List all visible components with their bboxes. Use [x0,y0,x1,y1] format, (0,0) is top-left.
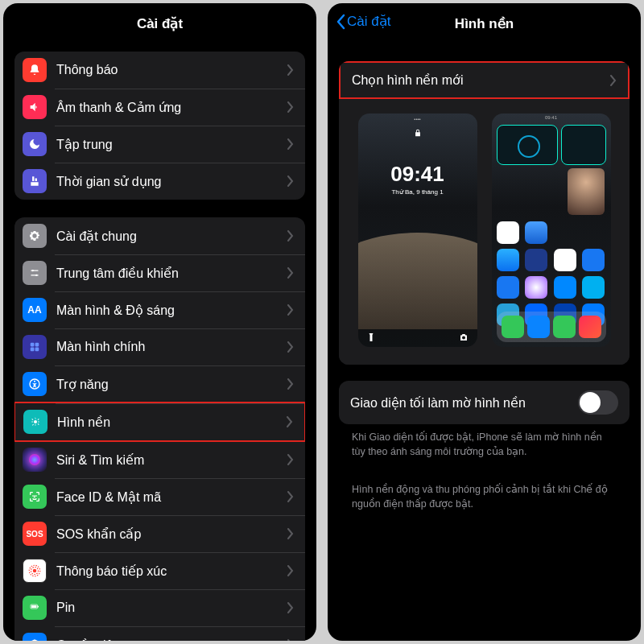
row-label: Cài đặt chung [56,229,287,244]
settings-header: Cài đặt [3,3,316,43]
row-label: Màn hình & Độ sáng [56,303,287,318]
chevron-right-icon [287,639,294,641]
app-icon [497,249,519,271]
svg-rect-5 [35,343,39,347]
app-icon [525,276,547,299]
settings-group-notifications: Thông báo Âm thanh & Cảm ứng Tập trung [14,52,305,200]
lock-date: Thứ Ba, 9 tháng 1 [358,188,477,196]
row-screentime[interactable]: Thời gian sử dụng [14,163,305,200]
camera-icon [458,332,469,344]
chevron-right-icon [287,138,294,150]
chevron-right-icon [287,64,294,76]
chevron-right-icon [287,454,294,465]
lock-icon [358,128,477,138]
row-label: Trợ năng [56,377,287,392]
row-faceid[interactable]: Face ID & Mật mã [14,478,305,515]
row-label: Âm thanh & Cảm ứng [56,100,287,115]
control-center-icon [23,261,47,285]
app-icon [525,221,547,244]
flashlight-icon [366,332,458,344]
clock-widget [497,125,559,165]
battery-icon [23,596,47,620]
row-general[interactable]: Cài đặt chung [14,217,305,254]
exposure-icon [23,559,47,583]
row-label: Thời gian sử dụng [56,174,287,189]
row-label: Pin [56,601,287,615]
app-icon [582,249,605,271]
darken-row: Giao diện tối làm mờ hình nền [339,381,630,424]
row-label: Trung tâm điều khiển [56,266,287,281]
row-focus[interactable]: Tập trung [14,126,305,163]
chevron-right-icon [287,416,293,427]
focus-icon [23,132,47,156]
svg-rect-4 [31,343,35,347]
wallpaper-icon [23,410,47,434]
row-label: Quyền riêng tư [56,638,287,642]
darken-toggle[interactable] [578,390,618,415]
row-siri[interactable]: Siri & Tìm kiếm [14,441,305,478]
row-notifications[interactable]: Thông báo [14,52,305,89]
chevron-right-icon [610,75,617,86]
row-battery[interactable]: Pin [14,589,305,626]
settings-content: Thông báo Âm thanh & Cảm ứng Tập trung [3,43,316,641]
row-label: Face ID & Mật mã [56,489,287,505]
lock-floor-bg [358,233,477,329]
darken-label: Giao diện tối làm mờ hình nền [350,395,578,411]
row-control-center[interactable]: Trung tâm điều khiển [14,254,305,291]
wallpaper-group: Chọn hình nền mới •••• 09:41 Thứ Ba, 9 t… [339,61,630,365]
app-icon [525,249,547,271]
notifications-icon [23,58,47,82]
footnote-2: Hình nền động và thu phóng phối cảnh bị … [339,477,630,518]
back-label: Cài đặt [347,13,390,30]
home-dock [497,312,606,342]
dock-app-icon [527,316,550,338]
wallpaper-content: Chọn hình nền mới •••• 09:41 Thứ Ba, 9 t… [328,43,641,641]
row-display[interactable]: AA Màn hình & Độ sáng [14,291,305,328]
row-label: SOS khẩn cấp [56,526,287,542]
home-apps-grid [497,221,606,326]
wallpaper-title: Hình nền [455,15,514,32]
row-label: Thông báo tiếp xúc [56,564,287,579]
home-widgets [492,122,611,168]
privacy-icon [23,633,47,641]
dock-app-icon [579,316,601,338]
row-label: Siri & Tìm kiếm [56,452,287,468]
dock-app-icon [553,316,576,338]
settings-title: Cài đặt [137,15,183,32]
footnote-1: Khi Giao diện tối được bật, iPhone sẽ là… [339,424,630,465]
row-label: Tập trung [56,137,287,152]
chevron-right-icon [287,267,294,279]
row-sos[interactable]: SOS SOS khẩn cấp [14,515,305,552]
chevron-right-icon [287,304,294,316]
lock-bottom-bar [358,329,477,347]
dock-app-icon [502,316,524,338]
svg-rect-3 [31,275,38,275]
chevron-right-icon [287,230,294,242]
row-exposure[interactable]: Thông báo tiếp xúc [14,552,305,589]
svg-point-11 [33,569,37,573]
wallpaper-previews: •••• 09:41 Thứ Ba, 9 tháng 1 [339,99,630,365]
accessibility-icon [23,372,47,396]
row-label: Thông báo [56,63,287,77]
photo-widget [568,168,605,215]
homescreen-preview[interactable]: 09:41 [492,114,611,347]
lockscreen-preview[interactable]: •••• 09:41 Thứ Ba, 9 tháng 1 [358,114,477,347]
calendar-widget [561,125,605,165]
row-label: Màn hình chính [56,340,287,354]
sos-icon: SOS [23,522,47,546]
choose-wallpaper-label: Chọn hình nền mới [352,72,610,88]
row-homescreen[interactable]: Màn hình chính [14,328,305,365]
home-status: 09:41 [492,114,611,122]
settings-screen: Cài đặt Thông báo Âm thanh & Cảm ứng [3,3,316,641]
row-sounds[interactable]: Âm thanh & Cảm ứng [14,89,305,126]
svg-rect-1 [31,270,38,271]
wallpaper-screen: Cài đặt Hình nền Chọn hình nền mới •••• … [328,3,641,641]
row-wallpaper[interactable]: Hình nền [14,402,305,442]
back-button[interactable]: Cài đặt [336,13,390,30]
app-icon [497,276,519,299]
row-privacy[interactable]: Quyền riêng tư [14,626,305,641]
faceid-icon [23,485,47,509]
row-accessibility[interactable]: Trợ năng [14,365,305,402]
chevron-right-icon [287,565,294,576]
choose-wallpaper-row[interactable]: Chọn hình nền mới [339,61,630,99]
